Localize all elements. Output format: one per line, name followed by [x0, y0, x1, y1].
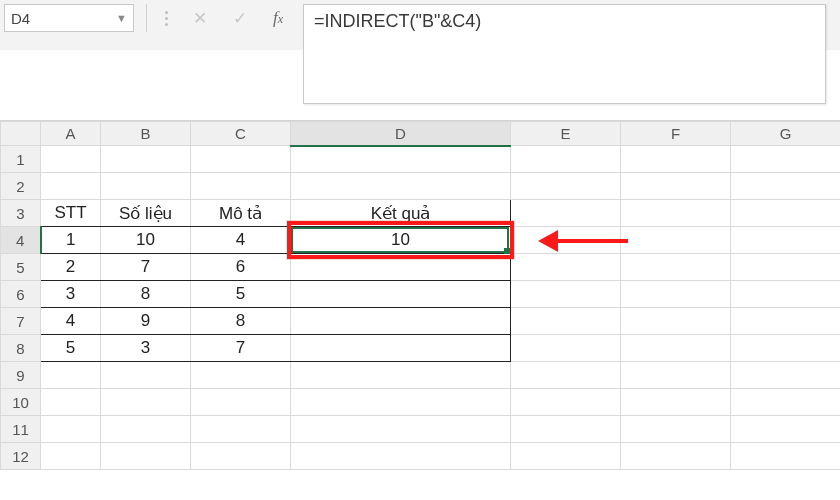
cell-E4[interactable] [511, 227, 621, 254]
cell-G9[interactable] [731, 362, 841, 389]
cell-D12[interactable] [291, 443, 511, 470]
cell-B4[interactable]: 10 [101, 227, 191, 254]
cell-C4[interactable]: 4 [191, 227, 291, 254]
cell-A3[interactable]: STT [41, 200, 101, 227]
row-header-1[interactable]: 1 [1, 146, 41, 173]
fx-icon[interactable]: fx [273, 8, 283, 28]
cell-G10[interactable] [731, 389, 841, 416]
cell-B12[interactable] [101, 443, 191, 470]
cell-G7[interactable] [731, 308, 841, 335]
cell-G3[interactable] [731, 200, 841, 227]
cell-C1[interactable] [191, 146, 291, 173]
cell-B9[interactable] [101, 362, 191, 389]
row-header-6[interactable]: 6 [1, 281, 41, 308]
cell-E9[interactable] [511, 362, 621, 389]
cell-G5[interactable] [731, 254, 841, 281]
cell-C3[interactable]: Mô tả [191, 200, 291, 227]
cell-D7[interactable] [291, 308, 511, 335]
cell-A1[interactable] [41, 146, 101, 173]
cell-D3[interactable]: Kết quả [291, 200, 511, 227]
cell-G2[interactable] [731, 173, 841, 200]
row-header-8[interactable]: 8 [1, 335, 41, 362]
col-header-C[interactable]: C [191, 122, 291, 146]
row-header-3[interactable]: 3 [1, 200, 41, 227]
spreadsheet-grid[interactable]: A B C D E F G 1 2 3 STT Số liệu Mô tả Kế… [0, 120, 840, 500]
cell-A8[interactable]: 5 [41, 335, 101, 362]
cell-G1[interactable] [731, 146, 841, 173]
row-header-12[interactable]: 12 [1, 443, 41, 470]
cell-E7[interactable] [511, 308, 621, 335]
cell-E8[interactable] [511, 335, 621, 362]
cell-D4[interactable]: 10 [291, 227, 511, 254]
cell-F2[interactable] [621, 173, 731, 200]
cell-F7[interactable] [621, 308, 731, 335]
cell-A12[interactable] [41, 443, 101, 470]
cell-F3[interactable] [621, 200, 731, 227]
cell-A11[interactable] [41, 416, 101, 443]
cell-C5[interactable]: 6 [191, 254, 291, 281]
cell-F11[interactable] [621, 416, 731, 443]
cell-E10[interactable] [511, 389, 621, 416]
cell-D9[interactable] [291, 362, 511, 389]
cell-B10[interactable] [101, 389, 191, 416]
col-header-A[interactable]: A [41, 122, 101, 146]
cell-E5[interactable] [511, 254, 621, 281]
col-header-G[interactable]: G [731, 122, 841, 146]
cell-B6[interactable]: 8 [101, 281, 191, 308]
cell-E3[interactable] [511, 200, 621, 227]
cell-D10[interactable] [291, 389, 511, 416]
cell-C2[interactable] [191, 173, 291, 200]
cell-C7[interactable]: 8 [191, 308, 291, 335]
cell-B5[interactable]: 7 [101, 254, 191, 281]
select-all-corner[interactable] [1, 122, 41, 146]
cell-E6[interactable] [511, 281, 621, 308]
cell-F12[interactable] [621, 443, 731, 470]
cell-F6[interactable] [621, 281, 731, 308]
col-header-B[interactable]: B [101, 122, 191, 146]
cell-A5[interactable]: 2 [41, 254, 101, 281]
cell-C11[interactable] [191, 416, 291, 443]
cell-C6[interactable]: 5 [191, 281, 291, 308]
cell-D5[interactable] [291, 254, 511, 281]
cell-C12[interactable] [191, 443, 291, 470]
cell-F10[interactable] [621, 389, 731, 416]
cell-F5[interactable] [621, 254, 731, 281]
cell-B11[interactable] [101, 416, 191, 443]
cell-G6[interactable] [731, 281, 841, 308]
col-header-D[interactable]: D [291, 122, 511, 146]
row-header-9[interactable]: 9 [1, 362, 41, 389]
cell-F9[interactable] [621, 362, 731, 389]
cell-G11[interactable] [731, 416, 841, 443]
cell-D1[interactable] [291, 146, 511, 173]
cell-C10[interactable] [191, 389, 291, 416]
col-header-F[interactable]: F [621, 122, 731, 146]
row-header-4[interactable]: 4 [1, 227, 41, 254]
cell-C8[interactable]: 7 [191, 335, 291, 362]
cell-E11[interactable] [511, 416, 621, 443]
formula-bar[interactable]: =INDIRECT("B"&C4) [303, 4, 826, 104]
enter-icon[interactable]: ✓ [233, 8, 247, 29]
cell-D11[interactable] [291, 416, 511, 443]
cell-E1[interactable] [511, 146, 621, 173]
cell-A7[interactable]: 4 [41, 308, 101, 335]
cell-F1[interactable] [621, 146, 731, 173]
cell-B7[interactable]: 9 [101, 308, 191, 335]
cell-B2[interactable] [101, 173, 191, 200]
row-header-5[interactable]: 5 [1, 254, 41, 281]
cell-D2[interactable] [291, 173, 511, 200]
cell-B3[interactable]: Số liệu [101, 200, 191, 227]
cell-G8[interactable] [731, 335, 841, 362]
cell-A10[interactable] [41, 389, 101, 416]
cell-G4[interactable] [731, 227, 841, 254]
row-header-2[interactable]: 2 [1, 173, 41, 200]
row-header-11[interactable]: 11 [1, 416, 41, 443]
cell-D6[interactable] [291, 281, 511, 308]
row-header-7[interactable]: 7 [1, 308, 41, 335]
chevron-down-icon[interactable]: ▼ [116, 12, 127, 24]
cell-C9[interactable] [191, 362, 291, 389]
cell-G12[interactable] [731, 443, 841, 470]
cell-F8[interactable] [621, 335, 731, 362]
cell-B1[interactable] [101, 146, 191, 173]
row-header-10[interactable]: 10 [1, 389, 41, 416]
name-box[interactable]: D4 ▼ [4, 4, 134, 32]
